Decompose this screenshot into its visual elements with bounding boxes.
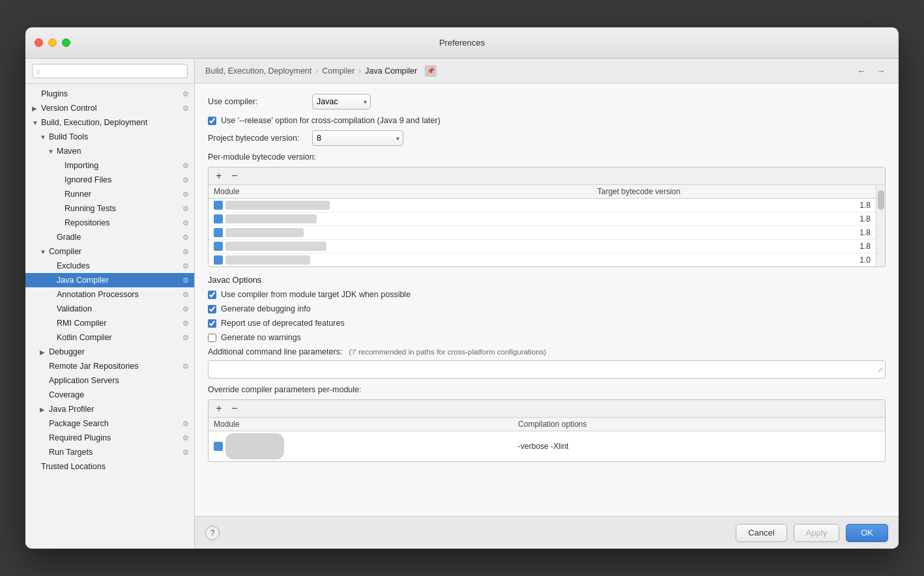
breadcrumb-sep2: › [358,66,361,76]
sidebar-item-build-tools[interactable]: ▼ Build Tools [25,130,194,144]
per-module-table-container: + − Module Target bytecode version [208,167,886,267]
sidebar-item-kotlin-compiler[interactable]: Kotlin Compiler ⚙ [25,330,194,345]
ok-button[interactable]: OK [846,524,888,542]
col-module: Module [209,418,513,431]
opt1-label[interactable]: Use compiler from module target JDK when… [221,290,411,299]
opt4-checkbox[interactable] [208,334,216,342]
sidebar-item-plugins[interactable]: Plugins ⚙ [25,87,194,101]
minimize-button[interactable] [48,38,57,47]
sidebar-item-version-control[interactable]: ▶ Version Control ⚙ [25,101,194,115]
module-icon [214,242,223,251]
scroll-thumb[interactable] [878,190,884,210]
opt4-label[interactable]: Generate no warnings [221,333,301,342]
sidebar-item-runner[interactable]: Runner ⚙ [25,187,194,201]
release-option-checkbox[interactable] [208,117,216,125]
bytecode-select-wrapper: 891011 12131415 1617 ▾ [312,130,403,146]
settings-icon: ⚙ [182,233,189,242]
sidebar-item-repositories[interactable]: Repositories ⚙ [25,216,194,230]
opt1-checkbox[interactable] [208,291,216,299]
back-button[interactable]: ← [854,64,869,78]
sidebar-item-maven[interactable]: ▼ Maven [25,144,194,158]
sidebar-item-label: Kotlin Compiler [57,333,182,342]
forward-button[interactable]: → [874,64,888,78]
remove-override-button[interactable]: − [228,402,241,415]
per-module-table-toolbar: + − [209,167,885,185]
search-box[interactable]: ⌕ [32,64,188,78]
sidebar-item-rmi-compiler[interactable]: RMI Compiler ⚙ [25,316,194,330]
release-option-label[interactable]: Use '--release' option for cross-compila… [221,116,440,125]
sidebar-item-coverage[interactable]: Coverage [25,388,194,402]
settings-icon: ⚙ [182,205,189,213]
version-cell: 1.8 [592,240,876,253]
additional-cmd-hint: ('/' recommended in paths for cross-plat… [349,348,546,356]
arrow-icon: ▶ [40,406,48,413]
breadcrumb-actions: ← → [854,64,888,78]
sidebar-item-java-compiler[interactable]: Java Compiler ⚙ [25,273,194,287]
sidebar-item-label: Excludes [57,261,182,270]
sidebar-item-package-search[interactable]: Package Search ⚙ [25,416,194,431]
sidebar-item-gradle[interactable]: Gradle ⚙ [25,230,194,244]
col-target: Target bytecode version [592,185,876,199]
opt3-label[interactable]: Report use of deprecated features [221,319,345,328]
additional-cmd-input[interactable] [208,360,886,379]
maximize-button[interactable] [62,38,70,47]
module-cell [209,226,592,240]
opt3-checkbox[interactable] [208,319,216,328]
sidebar-item-build-execution[interactable]: ▼ Build, Execution, Deployment [25,115,194,130]
use-compiler-row: Use compiler: Javac Eclipse Ajc ▾ [208,94,886,109]
arrow-icon: ▼ [40,134,48,141]
settings-icon: ⚙ [182,176,189,184]
traffic-lights [35,38,70,47]
compiler-select[interactable]: Javac Eclipse Ajc [312,94,371,109]
sidebar-item-java-profiler[interactable]: ▶ Java Profiler [25,402,194,416]
blurred-module-name [225,201,330,210]
module-cell [209,253,592,267]
sidebar-item-annotation-processors[interactable]: Annotation Processors ⚙ [25,287,194,302]
table-row: 1.0 [209,253,876,267]
table-row: -verbose -Xlint [209,431,885,462]
sidebar-item-remote-jar[interactable]: Remote Jar Repositories ⚙ [25,359,194,373]
settings-icon: ⚙ [182,305,189,313]
cancel-button[interactable]: Cancel [736,524,787,542]
arrow-icon: ▶ [40,349,48,356]
version-cell: 1.8 [592,199,876,212]
add-module-button[interactable]: + [212,169,225,182]
sidebar-item-excludes[interactable]: Excludes ⚙ [25,259,194,273]
apply-button[interactable]: Apply [794,524,840,542]
expand-icon: ⤢ [878,366,883,373]
blurred-module-name [225,433,284,459]
arrow-icon: ▼ [40,248,48,255]
add-override-button[interactable]: + [212,402,225,415]
opt2-row: Generate debugging info [208,304,886,313]
sidebar-item-label: Gradle [57,233,182,242]
bytecode-version-select[interactable]: 891011 12131415 1617 [312,130,403,146]
right-panel: Build, Execution, Deployment › Compiler … [195,59,899,549]
sidebar-item-validation[interactable]: Validation ⚙ [25,302,194,316]
sidebar-item-label: Java Compiler [57,276,182,285]
sidebar-item-run-targets[interactable]: Run Targets ⚙ [25,445,194,459]
sidebar-item-trusted-locations[interactable]: Trusted Locations [25,459,194,474]
sidebar-item-ignored-files[interactable]: Ignored Files ⚙ [25,173,194,187]
arrow-icon: ▼ [32,119,40,126]
opt2-checkbox[interactable] [208,305,216,313]
override-table-container: + − Module Compilation options [208,399,886,462]
arrow-icon: ▼ [48,148,55,155]
remove-module-button[interactable]: − [228,169,241,182]
version-cell: 1.8 [592,226,876,240]
search-input[interactable] [44,66,183,76]
sidebar-item-running-tests[interactable]: Running Tests ⚙ [25,201,194,216]
breadcrumb-sep1: › [315,66,318,76]
sidebar-item-application-servers[interactable]: Application Servers [25,373,194,388]
window-title: Preferences [439,38,485,48]
sidebar-item-importing[interactable]: Importing ⚙ [25,158,194,173]
sidebar-item-label: Package Search [49,419,182,428]
sidebar-item-compiler[interactable]: ▼ Compiler ⚙ [25,244,194,259]
sidebar-item-debugger[interactable]: ▶ Debugger [25,345,194,359]
search-icon: ⌕ [36,67,41,75]
sidebar-item-label: Compiler [49,247,182,256]
close-button[interactable] [35,38,43,47]
sidebar-item-required-plugins[interactable]: Required Plugins ⚙ [25,431,194,445]
breadcrumb-part1: Build, Execution, Deployment [205,66,311,76]
opt2-label[interactable]: Generate debugging info [221,304,311,313]
help-button[interactable]: ? [205,526,220,540]
